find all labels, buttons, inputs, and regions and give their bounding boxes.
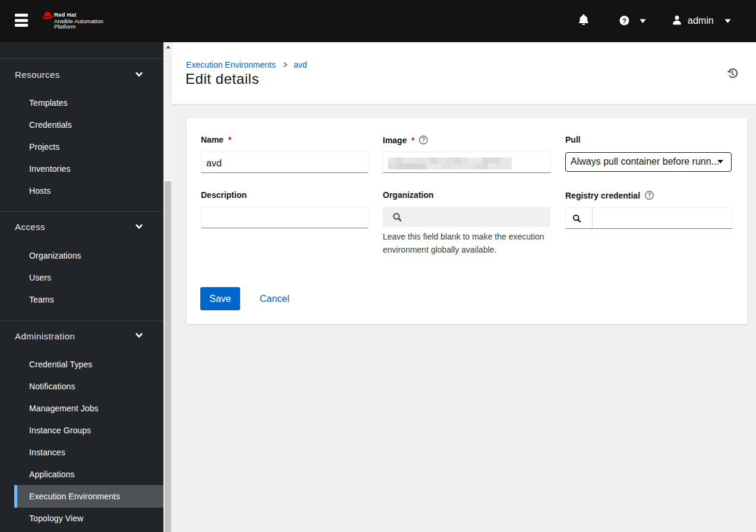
svg-text:?: ?: [622, 17, 626, 24]
svg-text:?: ?: [422, 137, 426, 143]
svg-text:?: ?: [647, 192, 651, 199]
